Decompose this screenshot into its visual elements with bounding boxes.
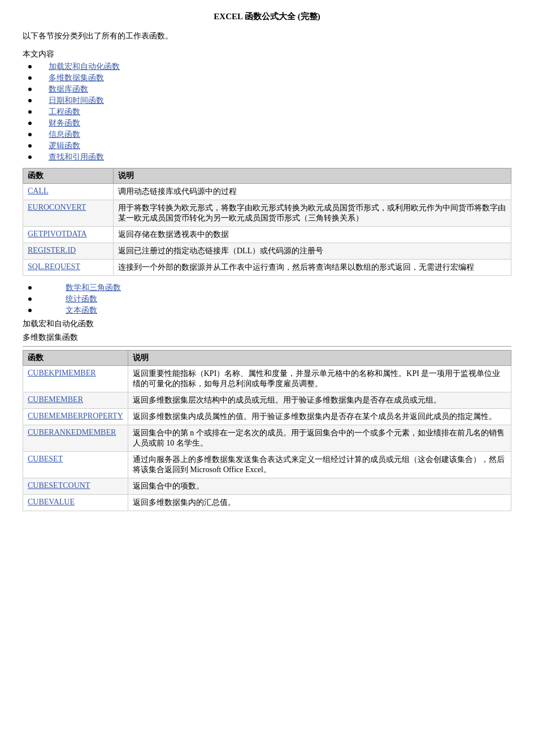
table-row: CUBEVALUE 返回多维数据集内的汇总值。 (23, 495, 511, 511)
table-row: CALL 调用动态链接库或代码源中的过程 (23, 184, 511, 200)
bullet-icon (28, 122, 32, 125)
bullet-icon (28, 133, 32, 136)
toc-link-5[interactable]: 财务函数 (49, 118, 80, 128)
func-name-cubevalue[interactable]: CUBEVALUE (23, 495, 128, 511)
intro-text: 以下各节按分类列出了所有的工作表函数。 (23, 31, 511, 41)
func-desc-sqlrequest: 连接到一个外部的数据源并从工作表中运行查询，然后将查询结果以数组的形式返回，无需… (114, 260, 511, 276)
toc-item-7[interactable]: 逻辑函数 (23, 141, 511, 151)
table1-header-desc: 说明 (114, 169, 511, 184)
func-name-cubememberproperty[interactable]: CUBEMEMBERPROPERTY (23, 409, 128, 425)
func-name-registerid[interactable]: REGISTER.ID (23, 243, 114, 260)
sub-item-0[interactable]: 数学和三角函数 (23, 283, 511, 293)
func-desc-cubekpimember: 返回重要性能指标（KPI）名称、属性和度量，并显示单元格中的名称和属性。KPI … (128, 366, 511, 392)
toc-item-1[interactable]: 多维数据集函数 (23, 73, 511, 83)
func-name-euroconvert[interactable]: EUROCONVERT (23, 200, 114, 227)
func-desc-getpivotdata: 返回存储在数据透视表中的数据 (114, 227, 511, 243)
func-name-call[interactable]: CALL (23, 184, 114, 200)
func-name-cubemember[interactable]: CUBEMEMBER (23, 392, 128, 409)
table-row: CUBEKPIMEMBER 返回重要性能指标（KPI）名称、属性和度量，并显示单… (23, 366, 511, 392)
table-row: CUBEMEMBERPROPERTY 返回多维数据集内成员属性的值。用于验证多维… (23, 409, 511, 425)
func-name-getpivotdata[interactable]: GETPIVOTDATA (23, 227, 114, 243)
toc-item-0[interactable]: 加载宏和自动化函数 (23, 62, 511, 72)
bullet-icon (28, 309, 32, 312)
bullet-icon (28, 65, 32, 68)
bullet-icon (28, 99, 32, 102)
table1: 函数 说明 CALL 调用动态链接库或代码源中的过程 EUROCONVERT 用… (23, 168, 511, 276)
func-desc-euroconvert: 用于将数字转换为欧元形式，将数字由欧元形式转换为欧元成员国货币形式，或利用欧元作… (114, 200, 511, 227)
func-desc-cubememberproperty: 返回多维数据集内成员属性的值。用于验证多维数据集内是否存在某个成员名并返回此成员… (128, 409, 511, 425)
func-desc-cuberankedmember: 返回集合中的第 n 个或排在一定名次的成员。用于返回集合中的一个或多个元素，如业… (128, 425, 511, 452)
func-name-cubesetcount[interactable]: CUBESETCOUNT (23, 478, 128, 495)
table-row: REGISTER.ID 返回已注册过的指定动态链接库（DLL）或代码源的注册号 (23, 243, 511, 260)
func-name-sqlrequest[interactable]: SQL.REQUEST (23, 260, 114, 276)
sub-link-0[interactable]: 数学和三角函数 (66, 283, 121, 293)
table2-header-desc: 说明 (128, 351, 511, 366)
func-desc-cubemember: 返回多维数据集层次结构中的成员或元组。用于验证多维数据集内是否存在成员或元组。 (128, 392, 511, 409)
table2: 函数 说明 CUBEKPIMEMBER 返回重要性能指标（KPI）名称、属性和度… (23, 350, 511, 511)
table-row: EUROCONVERT 用于将数字转换为欧元形式，将数字由欧元形式转换为欧元成员… (23, 200, 511, 227)
toc-label: 本文内容 (23, 49, 511, 59)
toc-item-8[interactable]: 查找和引用函数 (23, 152, 511, 162)
toc-link-8[interactable]: 查找和引用函数 (49, 152, 104, 162)
bullet-icon (28, 144, 32, 148)
func-desc-cubeset: 通过向服务器上的多维数据集发送集合表达式来定义一组经过计算的成员或元组（这会创建… (128, 452, 511, 478)
page-title: EXCEL 函数公式大全 (完整) (23, 11, 511, 22)
toc-link-7[interactable]: 逻辑函数 (49, 141, 80, 151)
func-desc-cubesetcount: 返回集合中的项数。 (128, 478, 511, 495)
toc-list: 加载宏和自动化函数 多维数据集函数 数据库函数 日期和时间函数 工程函数 财务函… (23, 62, 511, 162)
func-desc-call: 调用动态链接库或代码源中的过程 (114, 184, 511, 200)
toc-item-3[interactable]: 日期和时间函数 (23, 96, 511, 106)
sub-item-1[interactable]: 统计函数 (23, 294, 511, 304)
sub-link-1[interactable]: 统计函数 (66, 294, 97, 304)
section2-label-1: 多维数据集函数 (23, 332, 511, 343)
bullet-icon (28, 76, 32, 80)
table-row: CUBESETCOUNT 返回集合中的项数。 (23, 478, 511, 495)
sub-list: 数学和三角函数 统计函数 文本函数 (23, 283, 511, 316)
divider (23, 346, 511, 347)
table-row: CUBERANKEDMEMBER 返回集合中的第 n 个或排在一定名次的成员。用… (23, 425, 511, 452)
bullet-icon (28, 155, 32, 159)
toc-item-6[interactable]: 信息函数 (23, 129, 511, 140)
toc-item-4[interactable]: 工程函数 (23, 107, 511, 117)
func-name-cubekpimember[interactable]: CUBEKPIMEMBER (23, 366, 128, 392)
toc-item-5[interactable]: 财务函数 (23, 118, 511, 128)
toc-item-2[interactable]: 数据库函数 (23, 84, 511, 94)
toc-link-3[interactable]: 日期和时间函数 (49, 96, 104, 106)
sub-item-2[interactable]: 文本函数 (23, 305, 511, 316)
toc-link-0[interactable]: 加载宏和自动化函数 (49, 62, 120, 72)
sub-link-2[interactable]: 文本函数 (66, 305, 97, 316)
table1-header-func: 函数 (23, 169, 114, 184)
func-desc-cubevalue: 返回多维数据集内的汇总值。 (128, 495, 511, 511)
bullet-icon (28, 88, 32, 91)
table-row: CUBESET 通过向服务器上的多维数据集发送集合表达式来定义一组经过计算的成员… (23, 452, 511, 478)
table-row: GETPIVOTDATA 返回存储在数据透视表中的数据 (23, 227, 511, 243)
bullet-icon (28, 110, 32, 114)
func-name-cubeset[interactable]: CUBESET (23, 452, 128, 478)
table2-header-func: 函数 (23, 351, 128, 366)
toc-link-2[interactable]: 数据库函数 (49, 84, 88, 94)
toc-link-4[interactable]: 工程函数 (49, 107, 80, 117)
table-row: CUBEMEMBER 返回多维数据集层次结构中的成员或元组。用于验证多维数据集内… (23, 392, 511, 409)
bullet-icon (28, 297, 32, 301)
toc-link-1[interactable]: 多维数据集函数 (49, 73, 104, 83)
bullet-icon (28, 286, 32, 290)
toc-section: 本文内容 加载宏和自动化函数 多维数据集函数 数据库函数 日期和时间函数 工程函… (23, 49, 511, 162)
section2-label-0: 加载宏和自动化函数 (23, 319, 511, 329)
table-row: SQL.REQUEST 连接到一个外部的数据源并从工作表中运行查询，然后将查询结… (23, 260, 511, 276)
func-name-cuberankedmember[interactable]: CUBERANKEDMEMBER (23, 425, 128, 452)
func-desc-registerid: 返回已注册过的指定动态链接库（DLL）或代码源的注册号 (114, 243, 511, 260)
toc-link-6[interactable]: 信息函数 (49, 129, 80, 140)
